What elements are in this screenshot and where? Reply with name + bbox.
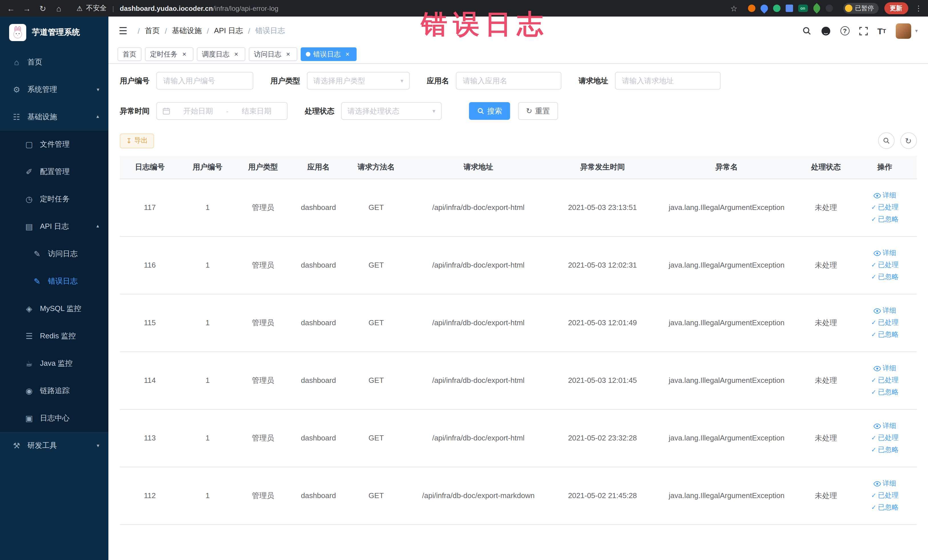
update-button[interactable]: 更新 xyxy=(884,2,908,14)
chevron-down-icon[interactable]: ▾ xyxy=(915,28,918,34)
back-icon[interactable]: ← xyxy=(6,4,16,13)
app-name-input[interactable] xyxy=(456,72,562,90)
breadcrumb: / 首页 / 基础设施 / API 日志 xyxy=(138,26,285,36)
help-icon[interactable]: ? xyxy=(840,26,849,35)
column-header: 处理状态 xyxy=(799,156,853,179)
smiley-extension-icon xyxy=(845,5,852,12)
search-icon[interactable] xyxy=(802,26,811,35)
exception-name-cell: java.lang.IllegalArgumentException xyxy=(655,351,799,409)
github-icon[interactable] xyxy=(821,26,830,36)
sidebar-item[interactable]: ☷ 基础设施 ▾ xyxy=(0,103,108,131)
mark-processed-link[interactable]: ✓ 已处理 xyxy=(871,433,898,443)
address-bar[interactable]: dashboard.yudao.iocoder.cn/infra/log/api… xyxy=(120,4,278,12)
user-avatar[interactable] xyxy=(896,23,911,38)
sidebar-item[interactable]: ☕ Java 监控 xyxy=(0,350,108,377)
detail-link[interactable]: 详细 xyxy=(873,421,896,431)
grid-ext-icon[interactable] xyxy=(785,5,793,12)
mark-ignored-link[interactable]: ✓ 已忽略 xyxy=(871,272,898,282)
drop-ext-icon[interactable] xyxy=(759,3,769,14)
mark-ignored-link[interactable]: ✓ 已忽略 xyxy=(871,215,898,224)
table-row: 117 1 管理员 dashboard GET /api/infra/db-do… xyxy=(120,179,917,236)
view-tab[interactable]: 定时任务 × xyxy=(145,47,194,61)
sidebar-item[interactable]: ▣ 日志中心 xyxy=(0,404,108,432)
exception-time-label: 异常时间 xyxy=(120,106,150,116)
app-name-cell: dashboard xyxy=(291,351,346,409)
detail-link[interactable]: 详细 xyxy=(873,479,896,488)
paw-ext-icon[interactable] xyxy=(825,5,833,12)
sidebar-item-label: MySQL 监控 xyxy=(40,304,81,314)
app-logo[interactable]: 芋道管理系统 xyxy=(0,17,108,49)
detail-link[interactable]: 详细 xyxy=(873,306,896,316)
detail-link[interactable]: 详细 xyxy=(873,191,896,200)
reload-icon[interactable]: ↻ xyxy=(38,4,48,13)
sidebar-item[interactable]: ✐ 配置管理 xyxy=(0,158,108,185)
sidebar-item[interactable]: ◈ MySQL 监控 xyxy=(0,295,108,322)
sidebar-item[interactable]: ⚙ 系统管理 ▾ xyxy=(0,76,108,103)
user-id-input[interactable] xyxy=(156,72,253,90)
leaf-ext-icon[interactable] xyxy=(811,3,822,14)
user-type-select[interactable]: 请选择用户类型 ▾ xyxy=(307,72,410,90)
mark-ignored-link[interactable]: ✓ 已忽略 xyxy=(871,503,898,512)
process-status-select[interactable]: 请选择处理状态 ▾ xyxy=(341,102,442,120)
close-tab-icon[interactable]: × xyxy=(180,50,188,58)
chevron-icon: ▾ xyxy=(97,224,99,229)
breadcrumb-item[interactable]: 错误日志 xyxy=(255,26,285,36)
on-badge-ext-icon[interactable]: on xyxy=(798,5,807,12)
export-button[interactable]: ↧ 导出 xyxy=(120,133,154,148)
mark-processed-link[interactable]: ✓ 已处理 xyxy=(871,260,898,270)
log-id-cell: 114 xyxy=(120,351,180,409)
reset-button[interactable]: ↻ 重置 xyxy=(518,102,558,120)
method-cell: GET xyxy=(346,409,406,467)
sidebar-item[interactable]: ✎ 访问日志 xyxy=(0,240,108,268)
browser-home-icon[interactable]: ⌂ xyxy=(53,4,64,13)
sidebar-item[interactable]: ◷ 定时任务 xyxy=(0,185,108,213)
view-tab[interactable]: 访问日志 × xyxy=(249,47,297,61)
toggle-search-button[interactable] xyxy=(878,132,894,149)
paused-badge[interactable]: 已暂停 xyxy=(843,3,878,14)
forward-icon[interactable]: → xyxy=(22,4,32,13)
close-tab-icon[interactable]: × xyxy=(232,50,240,58)
mark-ignored-link[interactable]: ✓ 已忽略 xyxy=(871,388,898,397)
sidebar-item[interactable]: ⌂ 首页 xyxy=(0,49,108,76)
refresh-button[interactable]: ↻ xyxy=(900,132,917,149)
video-ext-icon[interactable] xyxy=(773,5,780,12)
breadcrumb-item[interactable]: 基础设施 xyxy=(172,26,202,36)
browser-menu-icon[interactable]: ⋮ xyxy=(915,4,922,12)
sidebar-menu: ⌂ 首页 ⚙ 系统管理 ▾ ☷ 基础设施 ▾ xyxy=(0,49,108,560)
sidebar-item[interactable]: ▤ API 日志 ▾ xyxy=(0,213,108,240)
mark-processed-link[interactable]: ✓ 已处理 xyxy=(871,375,898,385)
sidebar-item[interactable]: ⚒ 研发工具 ▾ xyxy=(0,432,108,459)
close-tab-icon[interactable]: × xyxy=(343,50,351,58)
sidebar-item[interactable]: ✎ 错误日志 xyxy=(0,268,108,295)
mark-ignored-link[interactable]: ✓ 已忽略 xyxy=(871,445,898,455)
fullscreen-icon[interactable] xyxy=(859,26,867,35)
sidebar-item[interactable]: ☰ Redis 监控 xyxy=(0,322,108,350)
sidebar-item[interactable]: ▢ 文件管理 xyxy=(0,131,108,158)
request-url-input[interactable] xyxy=(615,72,720,90)
exception-name-cell: java.lang.IllegalArgumentException xyxy=(655,179,799,236)
date-range-picker[interactable]: 开始日期 - 结束日期 xyxy=(156,102,288,120)
bookmark-star-icon[interactable]: ☆ xyxy=(730,4,737,13)
mark-processed-link[interactable]: ✓ 已处理 xyxy=(871,203,898,212)
mark-processed-link[interactable]: ✓ 已处理 xyxy=(871,491,898,500)
detail-link[interactable]: 详细 xyxy=(873,363,896,373)
sidebar-item-label: 日志中心 xyxy=(40,413,70,423)
mark-ignored-link[interactable]: ✓ 已忽略 xyxy=(871,330,898,339)
check-icon: ✓ xyxy=(871,274,876,280)
view-tab[interactable]: 错误日志 × xyxy=(301,47,357,61)
close-tab-icon[interactable]: × xyxy=(284,50,292,58)
status-cell: 未处理 xyxy=(799,409,853,467)
view-tab[interactable]: 首页 xyxy=(118,47,142,61)
breadcrumb-item[interactable]: 首页 xyxy=(145,26,160,36)
mark-processed-link[interactable]: ✓ 已处理 xyxy=(871,318,898,328)
view-tab[interactable]: 调度日志 × xyxy=(197,47,245,61)
font-size-icon[interactable]: TT xyxy=(877,26,886,36)
sidebar-item[interactable]: ◉ 链路追踪 xyxy=(0,377,108,404)
record-ext-icon[interactable] xyxy=(748,5,755,12)
security-warning[interactable]: ⚠ 不安全 xyxy=(76,3,107,13)
detail-link[interactable]: 详细 xyxy=(873,248,896,258)
sidebar-item-label: 链路追踪 xyxy=(40,386,70,396)
breadcrumb-item[interactable]: API 日志 xyxy=(214,26,243,36)
collapse-sidebar-icon[interactable]: ☰ xyxy=(119,25,128,37)
search-button[interactable]: 搜索 xyxy=(469,102,510,120)
